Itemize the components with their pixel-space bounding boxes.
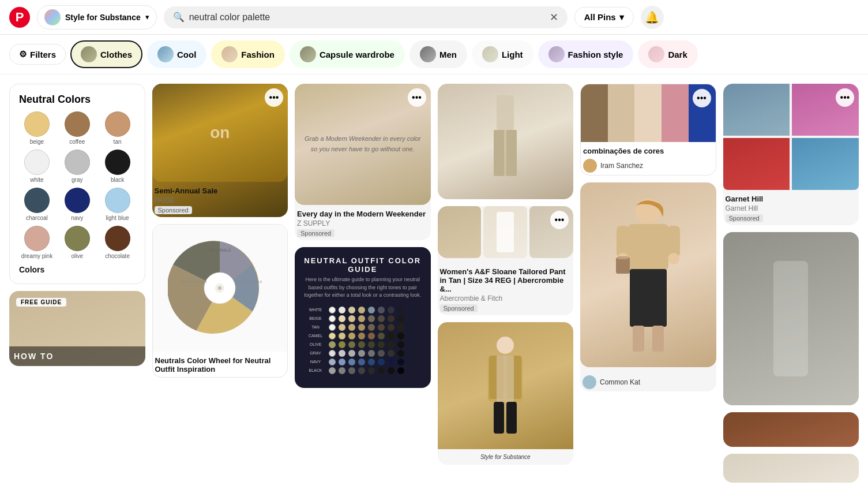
- clear-search-icon[interactable]: ✕: [550, 11, 558, 24]
- color-swatch-grid: beige coffee tan white gray black: [19, 111, 136, 259]
- swatch-coffee: coffee: [59, 111, 95, 145]
- filter-icon: ⚙: [19, 49, 27, 59]
- swatch-tan: tan: [100, 111, 136, 145]
- search-bar: 🔍 ✕: [164, 6, 568, 28]
- filters-button[interactable]: ⚙ Filters: [9, 44, 66, 65]
- more-options-button[interactable]: •••: [265, 88, 283, 107]
- pin-card-color-combos[interactable]: ••• combinações de cores Iram Sanchez: [580, 84, 716, 176]
- chip-label-fstyle: Fashion style: [568, 50, 623, 59]
- pin-card-semi-annual[interactable]: ••• on Semi-Annual Sale PAIGE Sponsored: [152, 84, 288, 217]
- brand-name: Style for Substance: [65, 13, 141, 22]
- chip-thumb-clothes: [81, 46, 97, 62]
- chip-thumb-fstyle: [548, 46, 565, 62]
- all-pins-label: All Pins: [584, 12, 616, 22]
- notification-icon: 🔔: [645, 10, 659, 24]
- chevron-down-icon: ▾: [145, 13, 149, 21]
- chip-label-fashion: Fashion: [241, 50, 275, 59]
- swatch-black: black: [100, 150, 136, 183]
- chip-thumb-cool: [157, 46, 174, 62]
- chip-fashion[interactable]: Fashion: [211, 40, 285, 68]
- chip-label-clothes: Clothes: [100, 50, 132, 59]
- filter-bar: ⚙ Filters Clothes Cool Fashion Capsule w…: [0, 35, 868, 74]
- chip-label-dark: Dark: [668, 50, 687, 59]
- pinterest-logo[interactable]: P: [9, 7, 30, 28]
- pin-card-brown-swatch[interactable]: [723, 412, 859, 447]
- more-options-button[interactable]: •••: [550, 211, 569, 229]
- pin-card-tan-blazer[interactable]: Style for Substance: [438, 322, 574, 465]
- swatch-white: white: [19, 150, 55, 183]
- swatch-dreamypink: dreamy pink: [19, 226, 55, 259]
- chip-clothes[interactable]: Clothes: [70, 40, 142, 68]
- chip-men[interactable]: Men: [409, 40, 467, 68]
- chip-label-men: Men: [439, 50, 457, 59]
- chip-thumb-capsule: [300, 46, 316, 62]
- pin-grid: Neutral Colors beige coffee tan white gr…: [0, 74, 868, 489]
- swatch-olive: olive: [59, 226, 95, 259]
- chip-thumb-fashion: [221, 46, 238, 62]
- pin-card-right-edge[interactable]: [723, 232, 859, 405]
- pin-card-common-kat[interactable]: Common Kat: [580, 182, 716, 391]
- swatch-lightblue: light blue: [100, 188, 136, 221]
- pin-card-af-pant-top[interactable]: [438, 84, 574, 199]
- profile-avatar: [44, 9, 61, 25]
- more-options-button[interactable]: •••: [408, 88, 426, 107]
- chip-dark[interactable]: Dark: [638, 40, 697, 68]
- app-header: P Style for Substance ▾ 🔍 ✕ All Pins ▾ 🔔: [0, 0, 868, 35]
- notification-button[interactable]: 🔔: [641, 6, 664, 29]
- swatch-beige: beige: [19, 111, 55, 145]
- chip-light[interactable]: Light: [472, 40, 533, 68]
- pin-card-neutral-colors[interactable]: Neutral Colors beige coffee tan white gr…: [9, 84, 145, 284]
- pin-card-weekender[interactable]: ••• Grab a Modern Weekender in every col…: [295, 84, 431, 240]
- swatch-navy: navy: [59, 188, 95, 221]
- pinterest-logo-text: P: [16, 10, 24, 25]
- chip-label-capsule: Capsule wardrobe: [320, 50, 394, 59]
- pin-card-how-to[interactable]: HOW TO FREE GUIDE: [9, 291, 145, 366]
- swatch-gray: gray: [59, 150, 95, 183]
- chip-fstyle[interactable]: Fashion style: [538, 40, 634, 68]
- chip-label-light: Light: [502, 50, 523, 59]
- pin-card-outfit-guide[interactable]: NEUTRAL OUTFIT COLOR GUIDE Here is the u…: [295, 247, 431, 388]
- chevron-down-icon: ▾: [619, 12, 624, 23]
- how-to-label: HOW TO: [14, 352, 54, 361]
- swatch-charcoal: charcoal: [19, 188, 55, 221]
- filters-label: Filters: [30, 50, 56, 59]
- search-input[interactable]: [189, 12, 545, 23]
- more-options-garnet[interactable]: •••: [836, 88, 854, 107]
- chip-thumb-dark: [648, 46, 664, 62]
- chip-capsule[interactable]: Capsule wardrobe: [290, 40, 405, 68]
- colors-link[interactable]: Colors: [19, 265, 136, 274]
- search-icon: 🔍: [173, 12, 185, 23]
- swatch-chocolate: chocolate: [100, 226, 136, 259]
- pin-card-color-wheel[interactable]: NEUTRALS WARM NEUTRALS COOL NEUTRALS Neu…: [152, 224, 288, 378]
- chip-thumb-light: [482, 46, 498, 62]
- all-pins-button[interactable]: All Pins ▾: [574, 7, 634, 28]
- profile-button[interactable]: Style for Substance ▾: [37, 5, 157, 29]
- chip-thumb-men: [420, 46, 436, 62]
- more-options-button[interactable]: •••: [693, 89, 711, 107]
- free-guide-badge: FREE GUIDE: [16, 298, 66, 307]
- pin-card-garnet[interactable]: ••• Garnet Hill Garnet Hill Sponsored: [723, 84, 859, 225]
- chip-label-cool: Cool: [177, 50, 196, 59]
- pin-card-cream-swatch[interactable]: [723, 454, 859, 483]
- pin-card-af-pant-grid[interactable]: ••• Women's A&F Sloane Tailored Pant in …: [438, 206, 574, 315]
- neutral-colors-title: Neutral Colors: [19, 94, 136, 106]
- chip-cool[interactable]: Cool: [147, 40, 206, 68]
